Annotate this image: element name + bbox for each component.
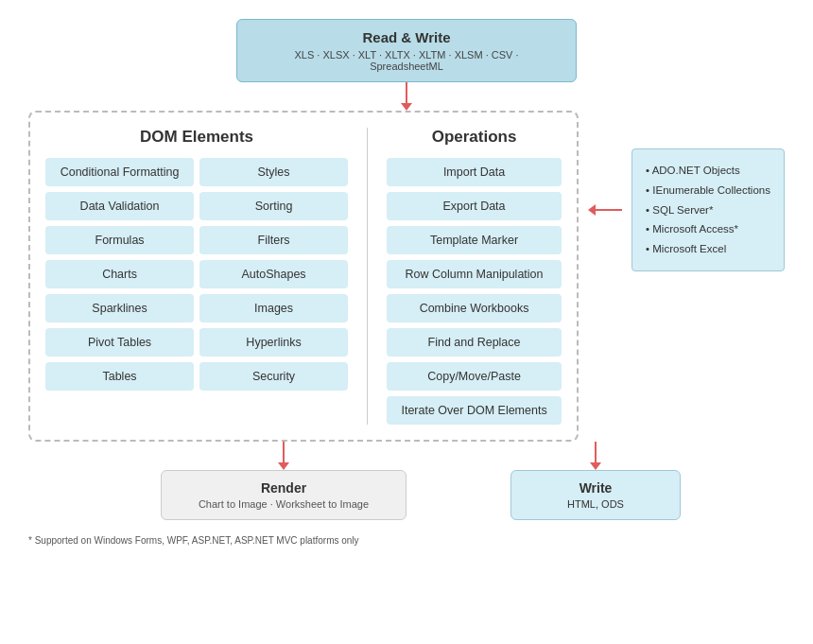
- bottom-right-section: Write HTML, ODS: [492, 470, 700, 520]
- diagram-container: Read & Write XLS · XLSX · XLT · XLTX · X…: [19, 19, 794, 546]
- arrow-section-left: [113, 442, 454, 470]
- arrow-connector-row: [19, 442, 794, 470]
- import-arrow-connector: [588, 204, 622, 216]
- arrowhead-left: [588, 204, 596, 216]
- dom-cell-7: AutoShapes: [199, 260, 348, 288]
- dom-cell-1: Styles: [199, 158, 348, 186]
- dom-cell-4: Formulas: [45, 226, 194, 254]
- ops-cell-1: Export Data: [387, 192, 562, 220]
- dom-panel-title: DOM Elements: [140, 128, 253, 147]
- write-title: Write: [540, 480, 651, 496]
- ops-cell-4: Combine Workbooks: [387, 294, 562, 322]
- dom-cell-3: Sorting: [199, 192, 348, 220]
- ops-cell-2: Template Marker: [387, 226, 562, 254]
- footnote: * Supported on Windows Forms, WPF, ASP.N…: [19, 535, 359, 546]
- middle-row: DOM Elements Conditional FormattingStyle…: [19, 111, 794, 442]
- dom-cell-12: Tables: [45, 362, 194, 391]
- render-subtitle: Chart to Image · Worksheet to Image: [181, 498, 387, 510]
- arrow-section-right: [492, 442, 700, 470]
- dom-cell-13: Security: [199, 362, 348, 391]
- arrow-down-right: [590, 442, 601, 470]
- dom-cell-0: Conditional Formatting: [45, 158, 194, 186]
- dom-cell-8: Sparklines: [45, 294, 194, 322]
- ops-list: Import DataExport DataTemplate MarkerRow…: [387, 158, 562, 425]
- ops-cell-5: Find and Replace: [387, 328, 562, 357]
- ops-panel-title: Operations: [432, 128, 517, 147]
- vertical-divider: [367, 128, 368, 425]
- ops-panel: Operations Import DataExport DataTemplat…: [387, 128, 562, 425]
- read-write-box: Read & Write XLS · XLSX · XLT · XLTX · X…: [236, 19, 577, 82]
- dom-cell-5: Filters: [199, 226, 348, 254]
- info-item-1: IEnumerable Collections: [646, 181, 770, 200]
- info-list: ADO.NET ObjectsIEnumerable CollectionsSQ…: [646, 161, 770, 258]
- arrow-down-left: [278, 442, 289, 470]
- dom-cell-6: Charts: [45, 260, 194, 288]
- write-subtitle: HTML, ODS: [540, 498, 651, 510]
- arrow-line: [596, 209, 622, 211]
- ops-cell-3: Row Column Manipulation: [387, 260, 562, 288]
- info-item-2: SQL Server*: [646, 200, 770, 220]
- ops-cell-6: Copy/Move/Paste: [387, 362, 562, 391]
- render-box: Render Chart to Image · Worksheet to Ima…: [161, 470, 406, 520]
- read-write-subtitle: XLS · XLSX · XLT · XLTX · XLTM · XLSM · …: [275, 49, 538, 72]
- info-item-4: Microsoft Excel: [646, 239, 770, 259]
- bottom-left-section: Render Chart to Image · Worksheet to Ima…: [113, 470, 454, 520]
- info-item-0: ADO.NET Objects: [646, 161, 770, 181]
- read-write-title: Read & Write: [275, 29, 538, 45]
- dom-cell-2: Data Validation: [45, 192, 194, 220]
- main-dashed-box: DOM Elements Conditional FormattingStyle…: [28, 111, 579, 442]
- bottom-row: Render Chart to Image · Worksheet to Ima…: [19, 470, 794, 520]
- info-box: ADO.NET ObjectsIEnumerable CollectionsSQ…: [631, 148, 785, 270]
- render-title: Render: [181, 480, 387, 496]
- arrow-down-1: [401, 82, 412, 111]
- write-box: Write HTML, ODS: [510, 470, 681, 520]
- horizontal-arrow: [588, 204, 622, 216]
- info-item-3: Microsoft Access*: [646, 219, 770, 239]
- ops-cell-0: Import Data: [387, 158, 562, 186]
- dom-cell-9: Images: [199, 294, 348, 322]
- ops-cell-7: Iterate Over DOM Elements: [387, 396, 562, 425]
- dom-grid: Conditional FormattingStylesData Validat…: [45, 158, 348, 391]
- dom-panel: DOM Elements Conditional FormattingStyle…: [45, 128, 348, 425]
- dom-cell-11: Hyperlinks: [199, 328, 348, 357]
- dom-cell-10: Pivot Tables: [45, 328, 194, 357]
